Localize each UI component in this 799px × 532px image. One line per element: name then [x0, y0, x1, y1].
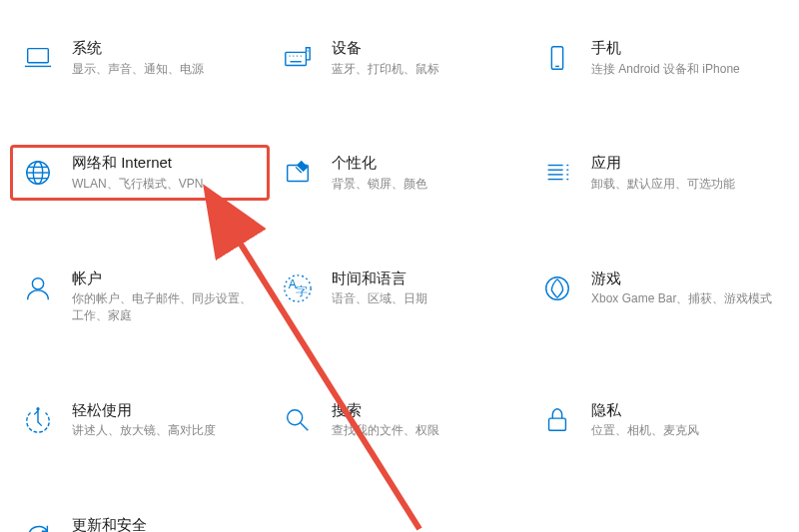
svg-rect-34 [549, 418, 566, 430]
settings-item-gaming[interactable]: 游戏 Xbox Game Bar、捕获、游戏模式 [529, 261, 789, 332]
item-desc: 查找我的文件、权限 [332, 422, 519, 439]
item-title: 隐私 [591, 400, 779, 420]
update-icon [20, 517, 56, 532]
item-title: 帐户 [72, 268, 260, 288]
item-title: 设备 [332, 38, 519, 58]
settings-grid: 系统 显示、声音、通知、电源 设备 蓝牙、打印机、鼠标 手机 连接 Androi… [0, 0, 799, 532]
personalization-icon [280, 155, 316, 191]
item-title: 手机 [591, 38, 779, 58]
item-desc: 显示、声音、通知、电源 [72, 61, 260, 78]
svg-point-26 [32, 277, 43, 288]
accessibility-icon [20, 402, 56, 438]
keyboard-icon [280, 40, 316, 76]
privacy-icon [539, 402, 575, 438]
settings-item-network[interactable]: 网络和 Internet WLAN、飞行模式、VPN [10, 145, 270, 200]
gaming-icon [539, 270, 575, 306]
apps-icon [539, 155, 575, 191]
svg-point-31 [37, 408, 39, 410]
settings-item-devices[interactable]: 设备 蓝牙、打印机、鼠标 [270, 30, 529, 85]
settings-item-apps[interactable]: 应用 卸载、默认应用、可选功能 [529, 145, 789, 200]
settings-item-personalization[interactable]: 个性化 背景、锁屏、颜色 [270, 145, 529, 200]
item-title: 系统 [72, 38, 260, 58]
globe-icon [20, 155, 56, 191]
item-desc: 蓝牙、打印机、鼠标 [332, 61, 519, 78]
svg-rect-0 [28, 49, 49, 63]
item-desc: 你的帐户、电子邮件、同步设置、工作、家庭 [72, 290, 260, 324]
settings-item-system[interactable]: 系统 显示、声音、通知、电源 [10, 30, 270, 85]
settings-item-ease-of-access[interactable]: 轻松使用 讲述人、放大镜、高对比度 [10, 392, 270, 447]
svg-line-33 [301, 423, 309, 431]
item-desc: 语音、区域、日期 [332, 290, 519, 307]
item-desc: 卸载、默认应用、可选功能 [591, 176, 779, 193]
item-title: 搜索 [332, 400, 519, 420]
search-icon [280, 402, 316, 438]
phone-icon [539, 40, 575, 76]
item-desc: 讲述人、放大镜、高对比度 [72, 422, 260, 439]
settings-item-accounts[interactable]: 帐户 你的帐户、电子邮件、同步设置、工作、家庭 [10, 261, 270, 332]
item-desc: WLAN、飞行模式、VPN [72, 176, 260, 193]
item-title: 网络和 Internet [72, 153, 260, 173]
item-desc: 连接 Android 设备和 iPhone [591, 61, 779, 78]
settings-item-update-security[interactable]: 更新和安全 Windows 更新、恢复、备份 [10, 507, 270, 532]
svg-rect-2 [286, 52, 307, 65]
item-title: 轻松使用 [72, 400, 260, 420]
language-icon: A字 [280, 270, 316, 306]
svg-point-30 [546, 276, 569, 299]
settings-item-privacy[interactable]: 隐私 位置、相机、麦克风 [529, 392, 789, 447]
item-desc: 背景、锁屏、颜色 [332, 176, 519, 193]
settings-item-time-language[interactable]: A字 时间和语言 语音、区域、日期 [270, 261, 529, 332]
svg-point-32 [288, 409, 303, 424]
settings-item-search[interactable]: 搜索 查找我的文件、权限 [270, 392, 529, 447]
item-title: 个性化 [332, 153, 519, 173]
item-title: 游戏 [591, 268, 779, 288]
item-desc: Xbox Game Bar、捕获、游戏模式 [591, 290, 779, 307]
item-desc: 位置、相机、麦克风 [591, 422, 779, 439]
account-icon [20, 270, 56, 306]
item-title: 更新和安全 [72, 515, 260, 532]
settings-item-phone[interactable]: 手机 连接 Android 设备和 iPhone [529, 30, 789, 85]
item-title: 应用 [591, 153, 779, 173]
laptop-icon [20, 40, 56, 76]
svg-text:字: 字 [296, 283, 308, 297]
item-title: 时间和语言 [332, 268, 519, 288]
